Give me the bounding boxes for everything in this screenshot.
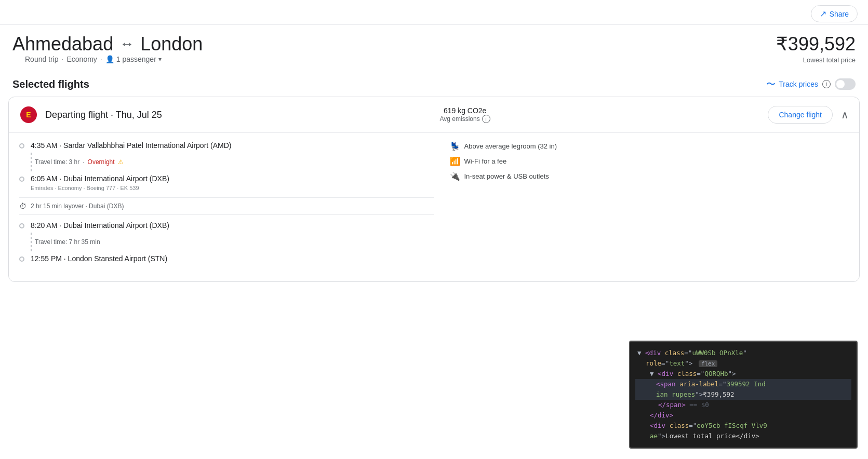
stop-time-1: 4:35 AM: [31, 141, 57, 150]
selected-flights-title: Selected flights: [12, 78, 89, 90]
stop-airport-2: · Dubai International Airport (DXB): [59, 174, 169, 183]
dot-1: ·: [62, 55, 64, 63]
header-section: Ahmedabad ↔ London Round trip · Economy …: [0, 25, 868, 74]
amenity-wifi: 📶 Wi-Fi for a fee: [450, 156, 849, 166]
stop-indicator-3: [19, 221, 24, 228]
stop-indicator-4: [19, 254, 24, 262]
info-icon[interactable]: i: [822, 80, 831, 88]
stop-time-2: 6:05 AM: [31, 174, 57, 183]
chevron-down-icon: ▾: [158, 56, 162, 63]
stop-circle-1: [19, 143, 24, 148]
change-flight-button[interactable]: Change flight: [768, 106, 833, 124]
airline-logo: E: [19, 105, 38, 124]
track-prices-area: 〜 Track prices i: [766, 78, 856, 90]
destination: London: [140, 33, 203, 55]
legroom-label: Above average legroom (32 in): [464, 142, 557, 150]
layover-row: ⏱ 2 hr 15 min layover · Dubai (DXB): [19, 197, 434, 215]
route-info: Ahmedabad ↔ London Round trip · Economy …: [12, 33, 203, 70]
travel-time-2: Travel time: 7 hr 35 min: [35, 238, 100, 246]
travel-time-1: Travel time: 3 hr: [35, 158, 79, 166]
stop-line-2: [31, 233, 32, 251]
price-label: Lowest total price: [776, 56, 856, 64]
stop-time-3: 8:20 AM: [31, 221, 57, 230]
flight-card-header: E Departing flight · Thu, Jul 25 619 kg …: [9, 97, 859, 133]
emissions-info-icon[interactable]: i: [482, 115, 490, 123]
stop-circle-2: [19, 177, 24, 182]
stop-text-2: 6:05 AM · Dubai International Airport (D…: [31, 174, 434, 183]
wifi-label: Wi-Fi for a fee: [464, 157, 507, 165]
stop-time-4: 12:55 PM: [31, 254, 62, 263]
stop-row-3: 8:20 AM · Dubai International Airport (D…: [19, 221, 434, 230]
avg-emissions-label: Avg emissions: [440, 115, 480, 123]
co2-value: 619 kg CO2e: [444, 106, 487, 115]
amenity-power: 🔌 In-seat power & USB outlets: [450, 171, 849, 181]
cabin-class: Economy: [66, 55, 97, 63]
avg-emissions: Avg emissions i: [440, 115, 490, 123]
trip-type: Round trip: [25, 55, 59, 63]
stop-text-1: 4:35 AM · Sardar Vallabhbhai Patel Inter…: [31, 141, 434, 150]
stop-indicator-1: [19, 141, 24, 148]
price-block: ₹399,592 Lowest total price: [776, 33, 856, 64]
stop-airport-4: · London Stansted Airport (STN): [64, 254, 167, 263]
total-price: ₹399,592: [776, 33, 856, 55]
departing-title: Departing flight · Thu, Jul 25: [45, 110, 162, 120]
expand-icon[interactable]: ∧: [841, 109, 849, 121]
travel-time-row-1: Travel time: 3 hr · Overnight ⚠: [31, 152, 434, 172]
airline-info: Emirates · Economy · Boeing 777 · EK 539: [31, 185, 434, 191]
flight-stops: 4:35 AM · Sardar Vallabhbhai Patel Inter…: [19, 133, 434, 273]
amenities-col: 💺 Above average legroom (32 in) 📶 Wi-Fi …: [434, 133, 849, 273]
layover-text: 2 hr 15 min layover · Dubai (DXB): [31, 203, 124, 210]
route-title: Ahmedabad ↔ London: [12, 33, 203, 55]
flight-header-left: E Departing flight · Thu, Jul 25: [19, 105, 162, 124]
top-bar: ↗ Share: [0, 0, 868, 25]
stop-text-3: 8:20 AM · Dubai International Airport (D…: [31, 221, 434, 230]
stop-row-4: 12:55 PM · London Stansted Airport (STN): [19, 254, 434, 263]
stop-row-2: 6:05 AM · Dubai International Airport (D…: [19, 174, 434, 183]
stop-circle-3: [19, 223, 24, 228]
flight-header-right: Change flight ∧: [768, 106, 849, 124]
stop-row-1: 4:35 AM · Sardar Vallabhbhai Patel Inter…: [19, 141, 434, 150]
emirates-logo-svg: E: [19, 105, 38, 124]
passenger-selector[interactable]: 👤 1 passenger ▾: [105, 55, 162, 63]
stop-text-4: 12:55 PM · London Stansted Airport (STN): [31, 254, 434, 263]
stop-line-1: [31, 153, 32, 171]
passenger-icon: 👤: [105, 55, 114, 63]
power-label: In-seat power & USB outlets: [464, 172, 549, 180]
warning-icon: ⚠: [118, 158, 124, 166]
trip-details: Round trip · Economy · 👤 1 passenger ▾: [12, 55, 203, 70]
track-prices-link[interactable]: 〜 Track prices: [766, 78, 818, 90]
share-icon: ↗: [820, 9, 826, 19]
wifi-icon: 📶: [450, 156, 460, 166]
origin: Ahmedabad: [12, 33, 113, 55]
travel-time-row-2: Travel time: 7 hr 35 min: [31, 232, 434, 252]
flight-details: 4:35 AM · Sardar Vallabhbhai Patel Inter…: [9, 133, 859, 281]
stop-indicator-2: [19, 174, 24, 182]
stop-airport-1: · Sardar Vallabhbhai Patel International…: [59, 141, 231, 150]
track-prices-toggle[interactable]: [835, 78, 856, 90]
layover-icon: ⏱: [19, 202, 26, 210]
amenity-legroom: 💺 Above average legroom (32 in): [450, 141, 849, 151]
flight-card: E Departing flight · Thu, Jul 25 619 kg …: [8, 97, 860, 282]
selected-flights-header: Selected flights 〜 Track prices i: [0, 74, 868, 97]
share-button[interactable]: ↗ Share: [811, 5, 858, 22]
stop-circle-4: [19, 256, 24, 262]
flight-header-center: 619 kg CO2e Avg emissions i: [440, 106, 490, 123]
legroom-icon: 💺: [450, 141, 460, 151]
trend-icon: 〜: [766, 78, 776, 90]
svg-text:E: E: [26, 111, 31, 119]
overnight-badge: Overnight: [88, 158, 115, 166]
dot-2: ·: [100, 55, 102, 63]
route-arrow-icon: ↔: [119, 36, 134, 52]
power-icon: 🔌: [450, 171, 460, 181]
stop-airport-3: · Dubai International Airport (DXB): [59, 221, 169, 230]
track-prices-label: Track prices: [779, 80, 818, 88]
passenger-count: 1 passenger: [116, 55, 156, 63]
share-label: Share: [830, 10, 849, 18]
